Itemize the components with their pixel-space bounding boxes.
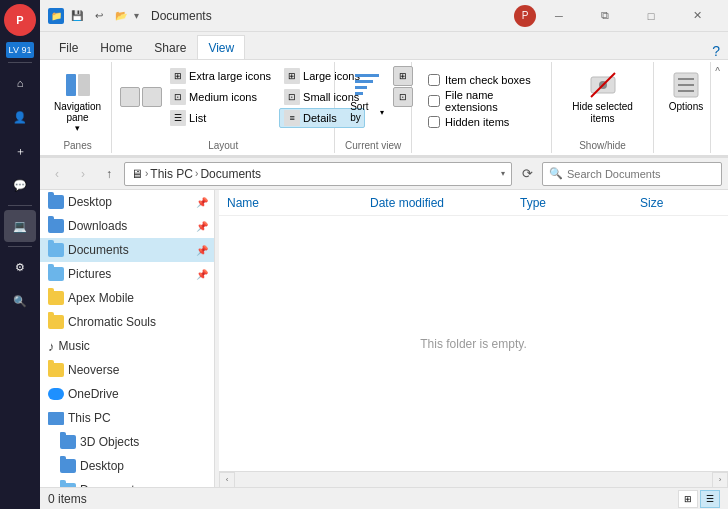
ribbon-group-layout: ⊞ Extra large icons ⊡ Medium icons ☰ Lis… — [112, 62, 335, 153]
refresh-button[interactable]: ⟳ — [516, 163, 538, 185]
quick-folder-btn[interactable]: 📂 — [112, 7, 130, 25]
ribbon-content: Navigationpane ▾ Panes — [40, 60, 728, 157]
sidebar-item-pictures[interactable]: Pictures 📌 — [40, 262, 214, 286]
up-button[interactable]: ↑ — [98, 163, 120, 185]
folder-icon-pictures — [48, 267, 64, 281]
ribbon-help-btn[interactable]: ? — [712, 43, 720, 59]
sort-by-button[interactable]: Sort by ▾ — [343, 66, 391, 126]
qt-dropdown[interactable]: ▾ — [134, 10, 139, 21]
title-bar: 📁 💾 ↩ 📂 ▾ Documents P ─ ⧉ □ ✕ — [40, 0, 728, 32]
sidebar-item-music[interactable]: ♪ Music — [40, 334, 214, 358]
tab-home[interactable]: Home — [89, 36, 143, 59]
hide-selected-label: Hide selected items — [567, 101, 638, 125]
sidebar-item-documents2[interactable]: Documents — [40, 478, 214, 487]
item-check-boxes-option[interactable]: Item check boxes — [428, 74, 535, 86]
sidebar-item-desktop[interactable]: Desktop 📌 — [40, 190, 214, 214]
tab-view[interactable]: View — [197, 35, 245, 59]
ribbon-collapse[interactable]: ^ — [711, 62, 724, 153]
file-name-ext-option[interactable]: File name extensions — [428, 89, 535, 113]
hidden-items-checkbox[interactable] — [428, 116, 440, 128]
scroll-right-btn[interactable]: › — [712, 472, 728, 488]
sidebar-item-neoverse[interactable]: Neoverse — [40, 358, 214, 382]
explorer-window: 📁 💾 ↩ 📂 ▾ Documents P ─ ⧉ □ ✕ File Home … — [40, 0, 728, 509]
status-text: 0 items — [48, 492, 87, 506]
item-check-boxes-checkbox[interactable] — [428, 74, 440, 86]
sidebar-item-3d[interactable]: 3D Objects — [40, 430, 214, 454]
scroll-track[interactable] — [235, 472, 712, 488]
large-icon-view-btn[interactable]: ⊞ — [678, 490, 698, 508]
taskbar-search[interactable]: 🔍 — [4, 285, 36, 317]
options-content: Options — [660, 64, 704, 138]
taskbar-add[interactable]: ＋ — [4, 135, 36, 167]
col-type[interactable]: Type — [520, 196, 640, 210]
list-btn[interactable]: ☰ List — [165, 108, 276, 128]
options-button[interactable]: Options — [662, 66, 710, 115]
svg-rect-0 — [66, 74, 76, 96]
layout-view-icon1[interactable] — [120, 87, 140, 107]
layout-group-label: Layout — [208, 138, 238, 151]
restore-button[interactable]: ⧉ — [582, 0, 628, 32]
search-input[interactable] — [567, 168, 715, 180]
col-date[interactable]: Date modified — [370, 196, 520, 210]
nav-pane-label: Navigationpane — [54, 101, 101, 123]
sidebar-item-chromatic[interactable]: Chromatic Souls — [40, 310, 214, 334]
maximize-button[interactable]: □ — [628, 0, 674, 32]
close-button[interactable]: ✕ — [674, 0, 720, 32]
minimize-button[interactable]: ─ — [536, 0, 582, 32]
ribbon-group-options: Options x — [654, 62, 711, 153]
taskbar-friends[interactable]: 👤 — [4, 101, 36, 133]
medium-icons-btn[interactable]: ⊡ Medium icons — [165, 87, 276, 107]
col-size[interactable]: Size — [640, 196, 720, 210]
pin-desktop: 📌 — [196, 197, 208, 208]
nav-pane-icon — [62, 69, 94, 101]
details-view-btn[interactable]: ☰ — [700, 490, 720, 508]
add-cols-btn[interactable]: ⊞ — [393, 66, 413, 86]
path-arrow1: › — [145, 168, 148, 179]
layout-view-icon2[interactable] — [142, 87, 162, 107]
parsec-logo[interactable]: P — [4, 4, 36, 36]
ribbon-group-panes: Navigationpane ▾ Panes — [44, 62, 112, 153]
pin-downloads: 📌 — [196, 221, 208, 232]
taskbar-home[interactable]: ⌂ — [4, 67, 36, 99]
path-segment-pc[interactable]: This PC — [150, 167, 193, 181]
svg-rect-1 — [78, 74, 90, 96]
sidebar: Desktop 📌 Downloads 📌 Documents 📌 Pictur… — [40, 190, 215, 487]
cloud-icon — [48, 388, 64, 400]
scroll-left-btn[interactable]: ‹ — [219, 472, 235, 488]
empty-message: This folder is empty. — [420, 337, 526, 351]
nav-pane-button[interactable]: Navigationpane ▾ — [52, 66, 103, 136]
tab-share[interactable]: Share — [143, 36, 197, 59]
sidebar-item-documents[interactable]: Documents 📌 — [40, 238, 214, 262]
quick-save-btn[interactable]: 💾 — [68, 7, 86, 25]
sidebar-item-onedrive[interactable]: OneDrive — [40, 382, 214, 406]
folder-icon-apex — [48, 291, 64, 305]
pc-icon — [48, 412, 64, 425]
address-box[interactable]: 🖥 › This PC › Documents ▾ — [124, 162, 512, 186]
sidebar-item-desktop2[interactable]: Desktop — [40, 454, 214, 478]
tab-file[interactable]: File — [48, 36, 89, 59]
extra-large-icons-btn[interactable]: ⊞ Extra large icons — [165, 66, 276, 86]
view-icons-btns: ⊞ ⊡ — [393, 66, 413, 107]
quick-undo-btn[interactable]: ↩ — [90, 7, 108, 25]
sidebar-item-this-pc[interactable]: This PC — [40, 406, 214, 430]
back-button[interactable]: ‹ — [46, 163, 68, 185]
medium-label: Medium icons — [189, 91, 257, 103]
hidden-items-option[interactable]: Hidden items — [428, 116, 535, 128]
sort-dropdown[interactable]: ▾ — [380, 108, 384, 117]
forward-button[interactable]: › — [72, 163, 94, 185]
file-name-ext-checkbox[interactable] — [428, 95, 440, 107]
taskbar-chat[interactable]: 💬 — [4, 169, 36, 201]
size-all-btn[interactable]: ⊡ — [393, 87, 413, 107]
col-name[interactable]: Name — [227, 196, 370, 210]
taskbar-computer[interactable]: 💻 — [4, 210, 36, 242]
hide-selected-button[interactable]: Hide selected items — [560, 66, 645, 128]
address-dropdown-btn[interactable]: ▾ — [501, 169, 505, 178]
path-segment-docs[interactable]: Documents — [200, 167, 261, 181]
layout-options-col1: ⊞ Extra large icons ⊡ Medium icons ☰ Lis… — [165, 66, 276, 128]
taskbar-settings[interactable]: ⚙ — [4, 251, 36, 283]
nav-pane-dropdown[interactable]: ▾ — [75, 123, 80, 133]
sidebar-item-apex[interactable]: Apex Mobile — [40, 286, 214, 310]
sidebar-item-downloads[interactable]: Downloads 📌 — [40, 214, 214, 238]
content-area: Name Date modified Type Size This folder… — [219, 190, 728, 487]
sidebar-label-documents: Documents — [68, 243, 192, 257]
